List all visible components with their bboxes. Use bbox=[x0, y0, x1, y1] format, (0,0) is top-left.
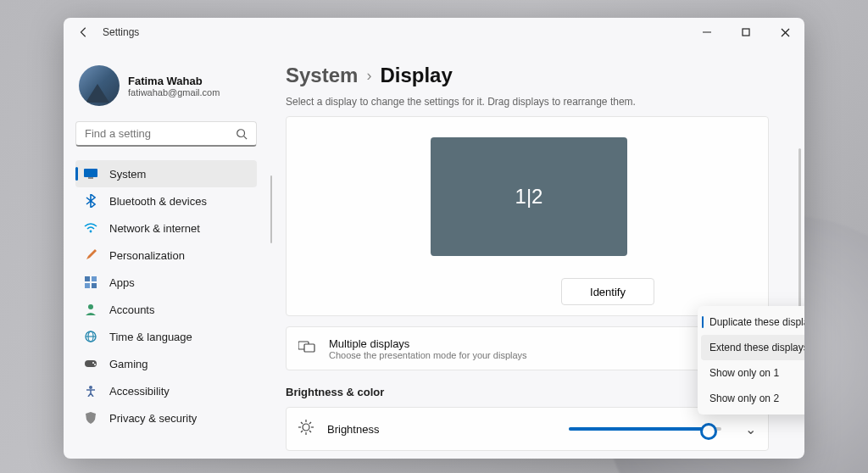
display-mode-dropdown: Duplicate these displays Extend these di… bbox=[698, 306, 804, 415]
svg-line-5 bbox=[244, 136, 248, 139]
nav-item-privacy[interactable]: Privacy & security bbox=[75, 404, 257, 431]
brightness-card[interactable]: Brightness ⌄ bbox=[286, 407, 769, 451]
close-button[interactable] bbox=[765, 18, 804, 47]
display-icon bbox=[84, 167, 97, 181]
brightness-slider[interactable] bbox=[569, 427, 721, 431]
minimize-button[interactable] bbox=[687, 18, 726, 47]
person-icon bbox=[84, 303, 97, 316]
titlebar: Settings bbox=[64, 18, 804, 47]
accessibility-icon bbox=[84, 384, 97, 398]
nav-label: Accessibility bbox=[109, 385, 170, 398]
nav-label: Personalization bbox=[109, 249, 185, 262]
chevron-right-icon: › bbox=[366, 67, 371, 85]
svg-point-20 bbox=[89, 386, 92, 389]
app-title: Settings bbox=[103, 26, 139, 38]
nav-item-accessibility[interactable]: Accessibility bbox=[75, 377, 257, 404]
svg-line-31 bbox=[301, 431, 303, 432]
nav-item-system[interactable]: System bbox=[75, 160, 257, 187]
brush-icon bbox=[84, 248, 97, 262]
sidebar: Fatima Wahab fatiwahab@gmail.com System … bbox=[64, 47, 270, 459]
avatar bbox=[79, 65, 120, 106]
nav-item-network[interactable]: Network & internet bbox=[75, 214, 257, 242]
search-box[interactable] bbox=[75, 121, 257, 147]
breadcrumb-parent[interactable]: System bbox=[286, 64, 358, 87]
svg-rect-17 bbox=[85, 360, 97, 367]
svg-rect-7 bbox=[88, 177, 93, 179]
nav-item-gaming[interactable]: Gaming bbox=[75, 350, 257, 377]
svg-point-13 bbox=[88, 304, 93, 309]
nav-label: Network & internet bbox=[109, 222, 200, 235]
svg-point-19 bbox=[94, 364, 96, 365]
brightness-title: Brightness bbox=[327, 423, 379, 436]
svg-rect-6 bbox=[84, 169, 97, 177]
search-input[interactable] bbox=[85, 127, 236, 140]
display-arrangement-box[interactable]: 1|2 Identify bbox=[286, 116, 769, 316]
monitor-tile[interactable]: 1|2 bbox=[431, 137, 627, 256]
nav-item-bluetooth[interactable]: Bluetooth & devices bbox=[75, 187, 257, 214]
svg-line-28 bbox=[301, 422, 303, 424]
svg-rect-10 bbox=[92, 276, 97, 281]
brightness-icon bbox=[298, 420, 314, 438]
setting-desc: Choose the presentation mode for your di… bbox=[329, 350, 527, 360]
profile-email: fatiwahab@gmail.com bbox=[128, 87, 220, 97]
svg-point-18 bbox=[92, 362, 94, 364]
breadcrumb-current: Display bbox=[380, 64, 452, 87]
maximize-button[interactable] bbox=[726, 18, 765, 47]
chevron-down-icon[interactable]: ⌄ bbox=[745, 421, 756, 437]
back-button[interactable] bbox=[70, 19, 97, 46]
nav: System Bluetooth & devices Network & int… bbox=[75, 160, 270, 431]
svg-rect-12 bbox=[92, 283, 97, 288]
nav-label: Bluetooth & devices bbox=[109, 195, 207, 208]
nav-label: System bbox=[109, 168, 146, 181]
nav-label: Privacy & security bbox=[109, 412, 197, 425]
settings-window: Settings Fatima Wahab fatiwahab@gmail.co… bbox=[64, 18, 804, 459]
identify-button[interactable]: Identify bbox=[561, 278, 654, 305]
apps-icon bbox=[84, 275, 97, 289]
breadcrumb: System › Display bbox=[286, 64, 804, 87]
nav-label: Accounts bbox=[109, 303, 154, 316]
svg-line-29 bbox=[309, 431, 311, 432]
nav-item-personalization[interactable]: Personalization bbox=[75, 242, 257, 269]
nav-label: Time & language bbox=[109, 331, 192, 343]
nav-item-accounts[interactable]: Accounts bbox=[75, 296, 257, 323]
display-subtext: Select a display to change the settings … bbox=[286, 96, 804, 108]
monitor-label: 1|2 bbox=[515, 185, 543, 209]
nav-item-apps[interactable]: Apps bbox=[75, 269, 257, 296]
svg-rect-9 bbox=[85, 276, 90, 281]
nav-item-time[interactable]: Time & language bbox=[75, 323, 257, 350]
svg-rect-1 bbox=[743, 29, 749, 36]
profile-block[interactable]: Fatima Wahab fatiwahab@gmail.com bbox=[75, 55, 270, 116]
svg-rect-22 bbox=[304, 344, 314, 352]
dropdown-option-only2[interactable]: Show only on 2 bbox=[701, 386, 804, 411]
dropdown-option-duplicate[interactable]: Duplicate these displays bbox=[701, 309, 804, 335]
svg-line-30 bbox=[309, 422, 311, 424]
dropdown-option-extend[interactable]: Extend these displays bbox=[701, 335, 804, 360]
nav-label: Apps bbox=[109, 276, 135, 289]
bluetooth-icon bbox=[84, 194, 97, 208]
svg-rect-11 bbox=[85, 283, 90, 288]
multiple-displays-card[interactable]: Multiple displays Choose the presentatio… bbox=[286, 326, 769, 370]
svg-point-4 bbox=[237, 129, 245, 136]
multiple-displays-icon bbox=[298, 340, 315, 357]
dropdown-option-only1[interactable]: Show only on 1 bbox=[701, 360, 804, 386]
profile-name: Fatima Wahab bbox=[128, 75, 220, 87]
svg-point-23 bbox=[303, 424, 309, 431]
search-icon bbox=[236, 128, 248, 140]
nav-label: Gaming bbox=[109, 358, 148, 370]
setting-title: Multiple displays bbox=[329, 337, 527, 350]
globe-icon bbox=[84, 330, 97, 343]
shield-icon bbox=[84, 411, 97, 425]
gaming-icon bbox=[84, 357, 97, 370]
wifi-icon bbox=[84, 221, 97, 235]
svg-point-8 bbox=[90, 231, 92, 233]
